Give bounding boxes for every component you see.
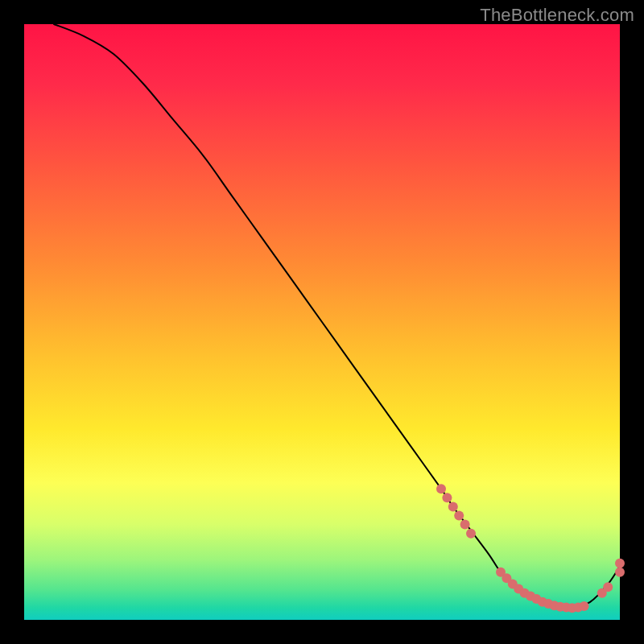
highlight-point	[460, 520, 470, 530]
highlight-point	[580, 601, 589, 611]
highlight-point	[603, 582, 613, 592]
highlight-point	[615, 568, 625, 577]
bottleneck-curve	[54, 24, 620, 609]
highlight-point	[454, 511, 464, 521]
chart-svg	[24, 24, 620, 620]
highlight-point	[466, 529, 476, 539]
highlight-point	[448, 502, 458, 511]
highlight-point	[436, 484, 446, 493]
highlight-point	[442, 493, 452, 502]
watermark-label: TheBottleneck.com	[480, 5, 634, 26]
plot-area	[24, 24, 620, 620]
highlight-point	[615, 559, 625, 568]
highlight-points-group	[436, 484, 625, 613]
chart-container: TheBottleneck.com	[0, 0, 644, 644]
